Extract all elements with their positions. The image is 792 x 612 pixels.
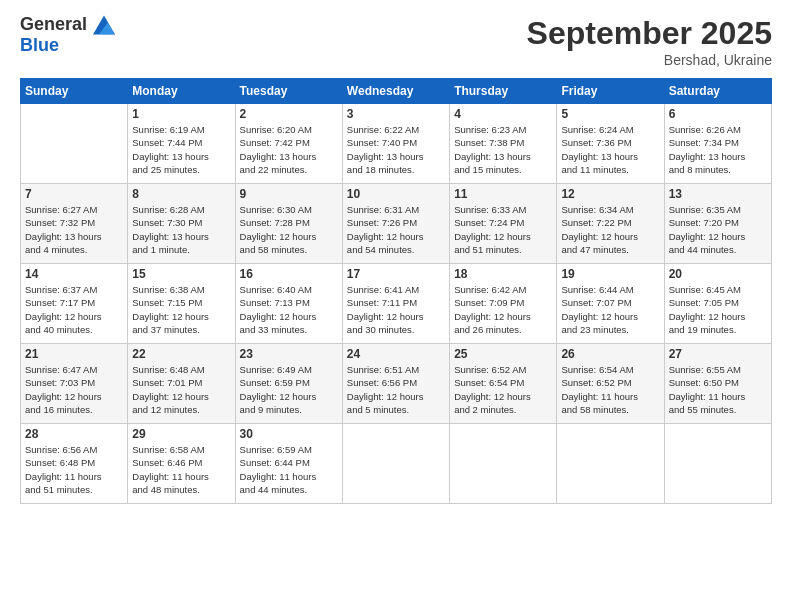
day-number: 5: [561, 107, 659, 121]
day-info: Sunrise: 6:55 AMSunset: 6:50 PMDaylight:…: [669, 363, 767, 416]
page: General Blue September 2025 Bershad, Ukr…: [0, 0, 792, 612]
day-number: 6: [669, 107, 767, 121]
day-info: Sunrise: 6:34 AMSunset: 7:22 PMDaylight:…: [561, 203, 659, 256]
calendar-cell: 22Sunrise: 6:48 AMSunset: 7:01 PMDayligh…: [128, 344, 235, 424]
day-info: Sunrise: 6:59 AMSunset: 6:44 PMDaylight:…: [240, 443, 338, 496]
day-info: Sunrise: 6:26 AMSunset: 7:34 PMDaylight:…: [669, 123, 767, 176]
logo-blue: Blue: [20, 35, 115, 56]
day-info: Sunrise: 6:44 AMSunset: 7:07 PMDaylight:…: [561, 283, 659, 336]
calendar-cell: 19Sunrise: 6:44 AMSunset: 7:07 PMDayligh…: [557, 264, 664, 344]
day-number: 30: [240, 427, 338, 441]
day-number: 17: [347, 267, 445, 281]
day-number: 12: [561, 187, 659, 201]
calendar-cell: 24Sunrise: 6:51 AMSunset: 6:56 PMDayligh…: [342, 344, 449, 424]
calendar-week-1: 1Sunrise: 6:19 AMSunset: 7:44 PMDaylight…: [21, 104, 772, 184]
calendar-cell: 16Sunrise: 6:40 AMSunset: 7:13 PMDayligh…: [235, 264, 342, 344]
day-number: 24: [347, 347, 445, 361]
day-info: Sunrise: 6:56 AMSunset: 6:48 PMDaylight:…: [25, 443, 123, 496]
day-info: Sunrise: 6:30 AMSunset: 7:28 PMDaylight:…: [240, 203, 338, 256]
calendar-week-5: 28Sunrise: 6:56 AMSunset: 6:48 PMDayligh…: [21, 424, 772, 504]
calendar-cell: [450, 424, 557, 504]
day-number: 20: [669, 267, 767, 281]
day-number: 16: [240, 267, 338, 281]
day-number: 11: [454, 187, 552, 201]
calendar-cell: [664, 424, 771, 504]
day-info: Sunrise: 6:27 AMSunset: 7:32 PMDaylight:…: [25, 203, 123, 256]
day-info: Sunrise: 6:49 AMSunset: 6:59 PMDaylight:…: [240, 363, 338, 416]
calendar-cell: 17Sunrise: 6:41 AMSunset: 7:11 PMDayligh…: [342, 264, 449, 344]
logo: General Blue: [20, 15, 115, 56]
day-number: 28: [25, 427, 123, 441]
header: General Blue September 2025 Bershad, Ukr…: [20, 15, 772, 68]
calendar-header-row: SundayMondayTuesdayWednesdayThursdayFrid…: [21, 79, 772, 104]
calendar-header-tuesday: Tuesday: [235, 79, 342, 104]
calendar-cell: 3Sunrise: 6:22 AMSunset: 7:40 PMDaylight…: [342, 104, 449, 184]
calendar-week-2: 7Sunrise: 6:27 AMSunset: 7:32 PMDaylight…: [21, 184, 772, 264]
calendar-cell: 13Sunrise: 6:35 AMSunset: 7:20 PMDayligh…: [664, 184, 771, 264]
calendar-cell: 7Sunrise: 6:27 AMSunset: 7:32 PMDaylight…: [21, 184, 128, 264]
day-number: 19: [561, 267, 659, 281]
day-info: Sunrise: 6:48 AMSunset: 7:01 PMDaylight:…: [132, 363, 230, 416]
calendar-cell: [342, 424, 449, 504]
calendar-cell: 10Sunrise: 6:31 AMSunset: 7:26 PMDayligh…: [342, 184, 449, 264]
calendar-cell: 2Sunrise: 6:20 AMSunset: 7:42 PMDaylight…: [235, 104, 342, 184]
calendar-cell: 25Sunrise: 6:52 AMSunset: 6:54 PMDayligh…: [450, 344, 557, 424]
calendar-header-thursday: Thursday: [450, 79, 557, 104]
calendar-week-3: 14Sunrise: 6:37 AMSunset: 7:17 PMDayligh…: [21, 264, 772, 344]
calendar-cell: 29Sunrise: 6:58 AMSunset: 6:46 PMDayligh…: [128, 424, 235, 504]
calendar-cell: 4Sunrise: 6:23 AMSunset: 7:38 PMDaylight…: [450, 104, 557, 184]
calendar-cell: 6Sunrise: 6:26 AMSunset: 7:34 PMDaylight…: [664, 104, 771, 184]
day-number: 14: [25, 267, 123, 281]
calendar-cell: [557, 424, 664, 504]
day-info: Sunrise: 6:31 AMSunset: 7:26 PMDaylight:…: [347, 203, 445, 256]
day-number: 1: [132, 107, 230, 121]
day-number: 27: [669, 347, 767, 361]
day-info: Sunrise: 6:41 AMSunset: 7:11 PMDaylight:…: [347, 283, 445, 336]
logo-general: General: [20, 14, 87, 34]
day-info: Sunrise: 6:42 AMSunset: 7:09 PMDaylight:…: [454, 283, 552, 336]
day-info: Sunrise: 6:47 AMSunset: 7:03 PMDaylight:…: [25, 363, 123, 416]
calendar-cell: 11Sunrise: 6:33 AMSunset: 7:24 PMDayligh…: [450, 184, 557, 264]
day-number: 15: [132, 267, 230, 281]
day-number: 25: [454, 347, 552, 361]
calendar-cell: 1Sunrise: 6:19 AMSunset: 7:44 PMDaylight…: [128, 104, 235, 184]
day-number: 22: [132, 347, 230, 361]
day-info: Sunrise: 6:37 AMSunset: 7:17 PMDaylight:…: [25, 283, 123, 336]
day-number: 26: [561, 347, 659, 361]
day-info: Sunrise: 6:33 AMSunset: 7:24 PMDaylight:…: [454, 203, 552, 256]
calendar-cell: 14Sunrise: 6:37 AMSunset: 7:17 PMDayligh…: [21, 264, 128, 344]
day-info: Sunrise: 6:22 AMSunset: 7:40 PMDaylight:…: [347, 123, 445, 176]
day-info: Sunrise: 6:24 AMSunset: 7:36 PMDaylight:…: [561, 123, 659, 176]
day-number: 4: [454, 107, 552, 121]
calendar-cell: 20Sunrise: 6:45 AMSunset: 7:05 PMDayligh…: [664, 264, 771, 344]
day-info: Sunrise: 6:38 AMSunset: 7:15 PMDaylight:…: [132, 283, 230, 336]
day-info: Sunrise: 6:23 AMSunset: 7:38 PMDaylight:…: [454, 123, 552, 176]
calendar-header-sunday: Sunday: [21, 79, 128, 104]
day-number: 18: [454, 267, 552, 281]
calendar-header-friday: Friday: [557, 79, 664, 104]
day-number: 3: [347, 107, 445, 121]
day-info: Sunrise: 6:58 AMSunset: 6:46 PMDaylight:…: [132, 443, 230, 496]
day-info: Sunrise: 6:54 AMSunset: 6:52 PMDaylight:…: [561, 363, 659, 416]
day-info: Sunrise: 6:40 AMSunset: 7:13 PMDaylight:…: [240, 283, 338, 336]
day-number: 8: [132, 187, 230, 201]
day-info: Sunrise: 6:28 AMSunset: 7:30 PMDaylight:…: [132, 203, 230, 256]
calendar-cell: 21Sunrise: 6:47 AMSunset: 7:03 PMDayligh…: [21, 344, 128, 424]
day-number: 13: [669, 187, 767, 201]
calendar-header-saturday: Saturday: [664, 79, 771, 104]
calendar-week-4: 21Sunrise: 6:47 AMSunset: 7:03 PMDayligh…: [21, 344, 772, 424]
day-number: 9: [240, 187, 338, 201]
day-number: 10: [347, 187, 445, 201]
calendar-cell: 27Sunrise: 6:55 AMSunset: 6:50 PMDayligh…: [664, 344, 771, 424]
day-info: Sunrise: 6:20 AMSunset: 7:42 PMDaylight:…: [240, 123, 338, 176]
day-number: 23: [240, 347, 338, 361]
day-number: 21: [25, 347, 123, 361]
day-info: Sunrise: 6:45 AMSunset: 7:05 PMDaylight:…: [669, 283, 767, 336]
calendar-table: SundayMondayTuesdayWednesdayThursdayFrid…: [20, 78, 772, 504]
day-info: Sunrise: 6:51 AMSunset: 6:56 PMDaylight:…: [347, 363, 445, 416]
day-number: 7: [25, 187, 123, 201]
calendar-cell: 30Sunrise: 6:59 AMSunset: 6:44 PMDayligh…: [235, 424, 342, 504]
calendar-header-wednesday: Wednesday: [342, 79, 449, 104]
calendar-cell: 23Sunrise: 6:49 AMSunset: 6:59 PMDayligh…: [235, 344, 342, 424]
calendar-cell: 8Sunrise: 6:28 AMSunset: 7:30 PMDaylight…: [128, 184, 235, 264]
